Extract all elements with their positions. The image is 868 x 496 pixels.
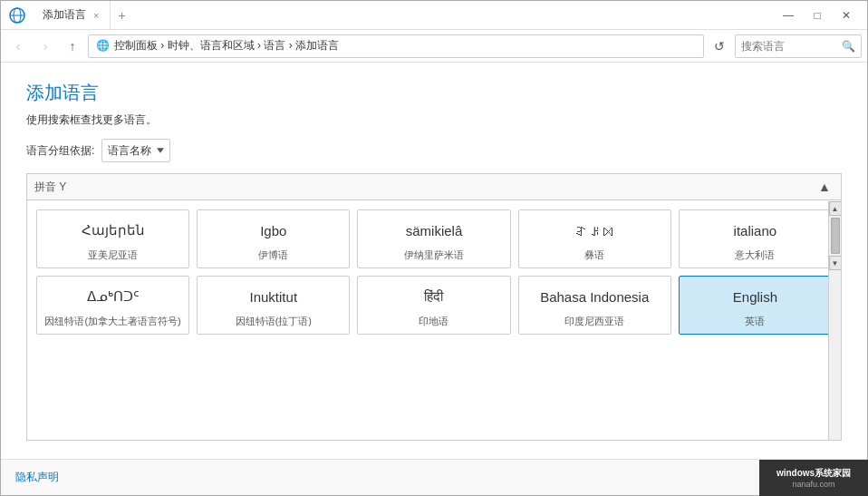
section-header-text: 拼音 Y: [34, 180, 66, 195]
forward-button[interactable]: ›: [34, 34, 57, 58]
window: 添加语言 × + — □ ✕ ‹ › ↑ 🌐 控制面板 › 时钟、语言和区域 ›…: [0, 0, 868, 496]
language-section: 拼音 Y ▲ Հայերեն亚美尼亚语Igbo伊博语sämikielâ伊纳里萨米…: [26, 173, 842, 441]
filter-label: 语言分组依据:: [26, 143, 94, 159]
scrollbar-thumb[interactable]: [831, 218, 840, 254]
language-item-4[interactable]: italiano意大利语: [679, 209, 832, 268]
lang-local-name: 因纽特语(拉丁语): [236, 315, 312, 328]
address-bar: ‹ › ↑ 🌐 控制面板 › 时钟、语言和区域 › 语言 › 添加语言 ↺ 🔍: [1, 30, 867, 63]
section-header: 拼音 Y ▲: [27, 174, 841, 200]
language-item-3[interactable]: ꆈꌠꉙ彝语: [518, 209, 671, 268]
lang-native-text: Igbo: [260, 218, 286, 243]
search-box: 🔍: [735, 34, 862, 58]
main-content: 添加语言 使用搜索框查找更多语言。 语言分组依据: 语言名称 拼音 Y ▲ Հա…: [1, 63, 867, 459]
lang-local-name: 英语: [745, 315, 765, 328]
watermark-line2: nanafu.com: [792, 480, 834, 489]
scrollbar-down[interactable]: ▼: [829, 256, 842, 270]
address-right: ↺ 🔍: [708, 34, 862, 58]
lang-local-name: 印度尼西亚语: [564, 315, 624, 328]
lang-local-name: 彝语: [584, 248, 604, 262]
lang-native-text: English: [733, 284, 777, 309]
tab-close-btn[interactable]: ×: [93, 10, 99, 21]
language-grid: Հայերեն亚美尼亚语Igbo伊博语sämikielâ伊纳里萨米语ꆈꌠꉙ彝语i…: [36, 209, 832, 335]
breadcrumb: 控制面板 › 时钟、语言和区域 › 语言 › 添加语言: [114, 38, 339, 53]
scrollbar-up[interactable]: ▲: [829, 201, 842, 216]
lang-native-text: italiano: [734, 218, 777, 243]
address-path[interactable]: 🌐 控制面板 › 时钟、语言和区域 › 语言 › 添加语言: [88, 34, 704, 58]
lang-native-text: ꆈꌠꉙ: [574, 218, 615, 243]
page-title: 添加语言: [26, 81, 842, 105]
language-grid-container: Հայերեն亚美尼亚语Igbo伊博语sämikielâ伊纳里萨米语ꆈꌠꉙ彝语i…: [27, 200, 841, 439]
lang-local-name: 亚美尼亚语: [88, 248, 138, 262]
window-controls: — □ ✕: [775, 2, 860, 29]
lang-native-text: हिंदी: [424, 284, 443, 309]
new-tab-btn[interactable]: +: [111, 1, 132, 29]
maximize-button[interactable]: □: [804, 2, 831, 29]
lang-local-name: 伊博语: [258, 248, 288, 262]
title-bar: 添加语言 × + — □ ✕: [1, 1, 867, 30]
language-item-6[interactable]: Inuktitut因纽特语(拉丁语): [197, 276, 350, 335]
language-item-8[interactable]: Bahasa Indonesia印度尼西亚语: [518, 276, 671, 335]
language-item-5[interactable]: ᐃᓄᒃᑎᑐᑦ因纽特语(加拿大土著语言符号): [36, 276, 189, 335]
minimize-button[interactable]: —: [775, 2, 802, 29]
page-description: 使用搜索框查找更多语言。: [26, 112, 842, 128]
language-item-0[interactable]: Հայերեն亚美尼亚语: [36, 209, 189, 268]
back-button[interactable]: ‹: [6, 34, 30, 58]
path-icon: 🌐: [96, 39, 111, 53]
footer: 隐私声明 添加: [1, 459, 867, 495]
lang-native-text: Inuktitut: [250, 284, 298, 309]
search-icon: 🔍: [842, 40, 855, 53]
lang-local-name: 伊纳里萨米语: [404, 248, 464, 262]
language-item-7[interactable]: हिंदी印地语: [357, 276, 510, 335]
tab-title: 添加语言: [43, 7, 86, 23]
lang-native-text: Bahasa Indonesia: [540, 284, 649, 309]
language-item-9[interactable]: English英语: [679, 276, 832, 335]
watermark: windows系统家园 nanafu.com: [759, 460, 868, 496]
lang-local-name: 印地语: [419, 315, 448, 328]
scrollbar: ▲ ▼: [828, 201, 841, 440]
filter-select[interactable]: 语言名称: [101, 139, 170, 162]
close-button[interactable]: ✕: [833, 2, 860, 29]
lang-native-text: ᐃᓄᒃᑎᑐᑦ: [87, 284, 140, 309]
lang-native-text: sämikielâ: [406, 218, 463, 243]
privacy-link[interactable]: 隐私声明: [15, 470, 59, 485]
title-tabs: 添加语言 × +: [32, 1, 775, 29]
lang-native-text: Հայերեն: [82, 218, 145, 243]
language-item-2[interactable]: sämikielâ伊纳里萨米语: [357, 209, 510, 268]
refresh-button[interactable]: ↺: [708, 34, 731, 58]
window-icon: [8, 6, 26, 24]
search-input[interactable]: [741, 40, 838, 53]
watermark-line1: windows系统家园: [776, 467, 851, 480]
collapse-button[interactable]: ▲: [815, 178, 834, 196]
lang-local-name: 因纽特语(加拿大土著语言符号): [44, 315, 180, 328]
active-tab[interactable]: 添加语言 ×: [32, 1, 111, 29]
up-button[interactable]: ↑: [61, 34, 84, 58]
lang-local-name: 意大利语: [735, 248, 775, 262]
filter-row: 语言分组依据: 语言名称: [26, 139, 842, 162]
language-item-1[interactable]: Igbo伊博语: [197, 209, 350, 268]
